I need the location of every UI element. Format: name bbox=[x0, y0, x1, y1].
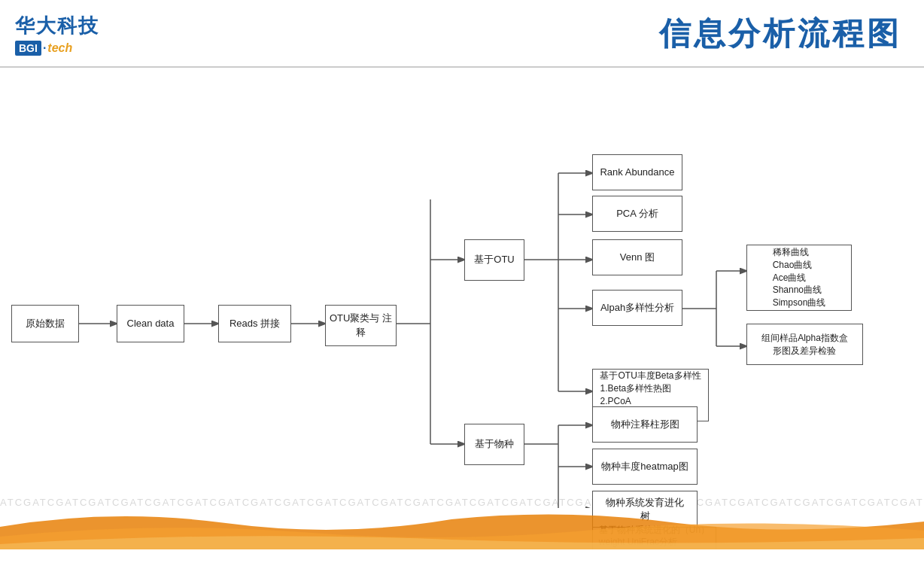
clean-data-box: Clean data bbox=[117, 305, 184, 342]
pca-box: PCA 分析 bbox=[592, 196, 682, 232]
otu-based-box: 基于OTU bbox=[464, 239, 524, 281]
logo-dot: · bbox=[43, 41, 46, 55]
bottom-decoration bbox=[0, 508, 924, 549]
header: 华大科技 BGI · tech 信息分析流程图 bbox=[0, 0, 924, 68]
alpha-curves-box: 稀释曲线 Chao曲线 Ace曲线 Shanno曲线 Simpson曲线 bbox=[746, 245, 852, 311]
tech-label: tech bbox=[47, 41, 72, 55]
venn-box: Venn 图 bbox=[592, 239, 682, 275]
page-title: 信息分析流程图 bbox=[659, 13, 901, 55]
bottom-wave-svg bbox=[0, 508, 924, 549]
species-heatmap-box: 物种丰度heatmap图 bbox=[592, 449, 698, 485]
alpha-diversity-box: Alpah多样性分析 bbox=[592, 290, 682, 326]
alpha-boxplot-box: 组间样品Alpha指数盒 形图及差异检验 bbox=[746, 324, 863, 365]
species-based-box: 基于物种 bbox=[464, 424, 524, 465]
logo-chinese: 华大科技 bbox=[15, 13, 99, 39]
bgi-label: BGI bbox=[15, 41, 41, 56]
species-bar-box: 物种注释柱形图 bbox=[592, 406, 698, 443]
logo-bgi-row: BGI · tech bbox=[15, 41, 72, 56]
flowchart: 原始数据 Clean data Reads 拼接 OTU聚类与 注释 基于OTU… bbox=[0, 75, 924, 508]
raw-data-box: 原始数据 bbox=[11, 305, 79, 342]
reads-assembly-box: Reads 拼接 bbox=[218, 305, 291, 342]
rank-abundance-box: Rank Abundance bbox=[592, 154, 682, 190]
otu-cluster-box: OTU聚类与 注释 bbox=[325, 305, 397, 346]
logo-area: 华大科技 BGI · tech bbox=[15, 13, 99, 56]
main-content: ATCGATCGATCGATCGATCGATCGATCGATCGATCGATCG… bbox=[0, 68, 924, 549]
